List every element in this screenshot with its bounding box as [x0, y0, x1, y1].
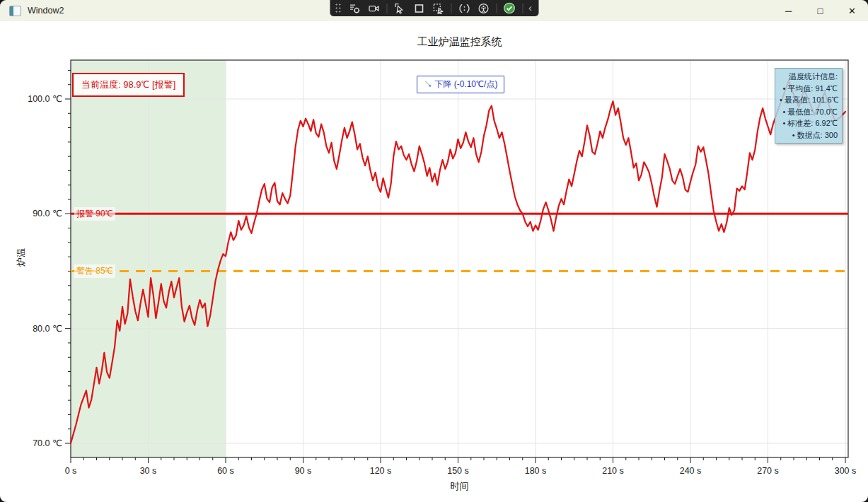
maximize-button[interactable]: □: [804, 0, 836, 21]
app-icon: [9, 6, 21, 16]
toolbar-separator: [522, 4, 523, 13]
hot-reload-icon[interactable]: [456, 0, 473, 16]
svg-text:70.0 ℃: 70.0 ℃: [33, 438, 62, 448]
grip-handle-icon[interactable]: [335, 3, 341, 13]
warning-line-label: 警告 85℃: [74, 264, 115, 278]
svg-text:30 s: 30 s: [140, 466, 157, 476]
svg-text:270 s: 270 s: [757, 466, 779, 476]
collapse-toolbar-chevron-icon[interactable]: ‹: [527, 2, 533, 14]
close-button[interactable]: ✕: [836, 0, 868, 21]
accessibility-checker-icon[interactable]: [475, 0, 492, 16]
stat-mean: • 平均值: 91.4℃: [780, 83, 838, 95]
toolbar-separator: [386, 4, 387, 13]
svg-text:120 s: 120 s: [370, 466, 392, 476]
toolbar-separator: [496, 4, 497, 13]
y-axis-title: 炉温: [15, 236, 28, 279]
app-window: Window2 ─ □ ✕: [0, 0, 868, 502]
svg-text:60 s: 60 s: [217, 466, 234, 476]
minimize-button[interactable]: ─: [772, 0, 804, 21]
svg-text:180 s: 180 s: [525, 466, 547, 476]
select-element-icon[interactable]: [391, 0, 408, 16]
svg-text:0 s: 0 s: [65, 466, 77, 476]
stat-count: • 数据点: 300: [780, 129, 838, 141]
svg-text:100.0 ℃: 100.0 ℃: [28, 94, 62, 104]
trend-badge: ↘ 下降 (-0.10℃/点): [417, 76, 504, 93]
display-layout-adorners-icon[interactable]: [410, 0, 427, 16]
statistics-title: 温度统计信息:: [780, 71, 838, 83]
camera-icon[interactable]: [365, 0, 382, 16]
stat-std: • 标准差: 6.92℃: [780, 117, 838, 129]
current-temperature-badge: 当前温度: 98.9℃ [报警]: [72, 73, 185, 97]
alarm-line-label: 报警 90℃: [74, 207, 115, 221]
svg-text:300 s: 300 s: [835, 466, 857, 476]
stat-max: • 最高值: 101.6℃: [780, 94, 838, 106]
x-axis-title: 时间: [71, 480, 848, 493]
svg-text:80.0 ℃: 80.0 ℃: [33, 324, 62, 334]
svg-text:210 s: 210 s: [602, 466, 624, 476]
svg-text:90 s: 90 s: [295, 466, 312, 476]
debug-toolbar: ‹: [330, 0, 538, 16]
track-focused-element-icon[interactable]: [429, 0, 446, 16]
live-visual-tree-icon[interactable]: [346, 0, 363, 16]
status-ok-icon[interactable]: [501, 0, 518, 16]
svg-text:90.0 ℃: 90.0 ℃: [33, 209, 62, 218]
svg-text:240 s: 240 s: [680, 466, 702, 476]
toolbar-separator: [451, 4, 451, 13]
window-title: Window2: [28, 6, 64, 16]
statistics-panel: 温度统计信息: • 平均值: 91.4℃ • 最高值: 101.6℃ • 最低值…: [775, 68, 843, 144]
chart-client-area: 工业炉温监控系统 0 s30 s60 s90 s120 s150 s180 s2…: [0, 21, 868, 502]
stat-min: • 最低值: 70.0℃: [780, 106, 838, 118]
svg-text:150 s: 150 s: [447, 466, 469, 476]
